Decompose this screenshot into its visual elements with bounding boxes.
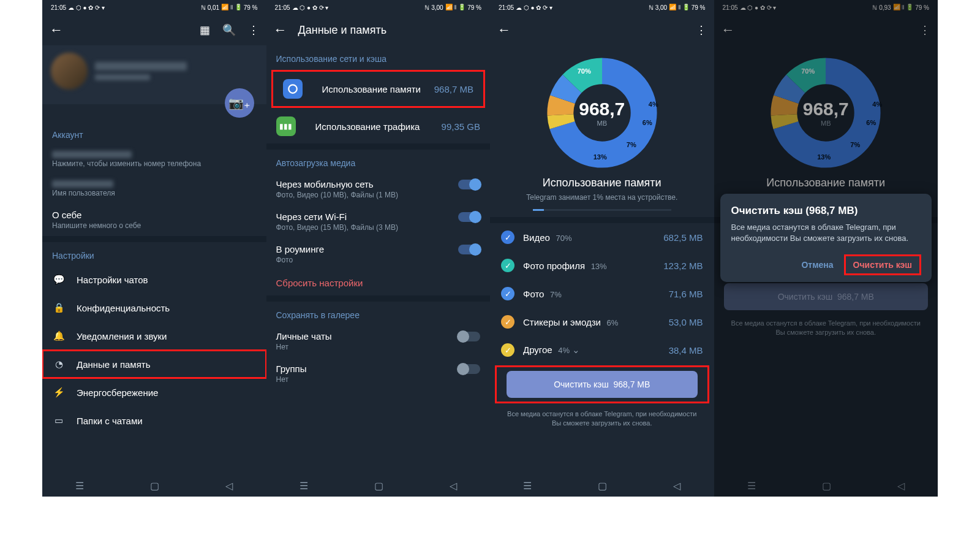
section-settings: Настройки bbox=[42, 242, 266, 265]
wifi-row[interactable]: Через сети Wi-Fi Фото, Видео (15 MB), Фа… bbox=[266, 205, 491, 238]
check-icon[interactable]: ✓ bbox=[501, 315, 514, 329]
traffic-icon: ▮▮▮ bbox=[276, 116, 296, 136]
settings-privacy[interactable]: 🔒Конфиденциальность bbox=[42, 294, 266, 322]
check-icon[interactable]: ✓ bbox=[501, 231, 514, 244]
usage-title: Использование памяти bbox=[490, 177, 714, 189]
toggle-mobile[interactable] bbox=[458, 180, 480, 189]
toggle-private[interactable] bbox=[458, 332, 480, 341]
category-row-Фото[interactable]: ✓Фото 7%71,6 MB bbox=[490, 280, 714, 308]
back-icon[interactable]: ← bbox=[274, 22, 287, 38]
roaming-row[interactable]: В роуминге Фото bbox=[266, 238, 491, 270]
phone-row[interactable]: Нажмите, чтобы изменить номер телефона bbox=[42, 145, 266, 174]
navbar: ☰ ▢ ◁ bbox=[266, 474, 491, 497]
clear-cache-dialog: Очистить кэш (968,7 MB) Все медиа остану… bbox=[720, 194, 932, 282]
svg-point-0 bbox=[288, 85, 297, 93]
category-row-Видео[interactable]: ✓Видео 70%682,5 MB bbox=[490, 223, 714, 251]
settings-power[interactable]: ⚡Энергосбережение bbox=[42, 378, 266, 406]
dialog-title: Очистить кэш (968,7 MB) bbox=[731, 205, 921, 217]
progress-bar bbox=[533, 209, 671, 211]
section-gallery: Сохранять в галерее bbox=[266, 302, 491, 325]
nav-recents[interactable]: ☰ bbox=[300, 480, 308, 492]
cancel-button[interactable]: Отмена bbox=[793, 255, 842, 275]
panel-data-storage: 21:05☁ ⬡ ● ✿ ⟳ ▾ ℕ3,00📶 ⫴ 🔋79 % ← Данные… bbox=[266, 0, 491, 497]
nav-home[interactable]: ▢ bbox=[374, 480, 383, 492]
clear-cache-button[interactable]: Очистить кэш 968,7 MB bbox=[507, 371, 698, 398]
about-row[interactable]: О себе Напишите немного о себе bbox=[42, 204, 266, 236]
statusbar: 21:05☁ ⬡ ● ✿ ⟳ ▾ ℕ3,00📶 ⫴ 🔋79 % bbox=[490, 0, 714, 15]
toggle-roaming[interactable] bbox=[458, 245, 480, 254]
chart: 968,7MB 70% 13% 7% 6% 4% Использование п… bbox=[490, 45, 714, 217]
nav-home[interactable]: ▢ bbox=[598, 480, 607, 492]
more-icon[interactable]: ⋮ bbox=[696, 23, 707, 37]
reset-row[interactable]: Сбросить настройки bbox=[266, 270, 491, 295]
avatar[interactable] bbox=[51, 53, 88, 90]
camera-fab[interactable]: 📷₊ bbox=[225, 88, 254, 118]
back-icon[interactable]: ← bbox=[497, 22, 511, 38]
more-icon[interactable]: ⋮ bbox=[248, 23, 259, 37]
toggle-wifi[interactable] bbox=[458, 212, 480, 222]
qr-icon[interactable]: ▦ bbox=[200, 23, 210, 37]
navbar: ☰ ▢ ◁ bbox=[490, 474, 714, 497]
category-row-Стикеры и эмодзи[interactable]: ✓Стикеры и эмодзи 6%53,0 MB bbox=[490, 308, 714, 336]
traffic-usage-row[interactable]: ▮▮▮ Использование трафика99,35 GB bbox=[266, 109, 491, 143]
groups-row[interactable]: Группы Нет bbox=[266, 357, 491, 390]
appbar: ← ⋮ bbox=[490, 15, 714, 45]
nav-recents[interactable]: ☰ bbox=[523, 480, 532, 492]
confirm-clear-button[interactable]: Очистить кэш bbox=[845, 255, 921, 275]
settings-notifications[interactable]: 🔔Уведомления и звуки bbox=[42, 322, 266, 350]
nav-home[interactable]: ▢ bbox=[150, 480, 159, 492]
toggle-groups[interactable] bbox=[458, 364, 480, 374]
panel-storage-usage: 21:05☁ ⬡ ● ✿ ⟳ ▾ ℕ3,00📶 ⫴ 🔋79 % ← ⋮ 968,… bbox=[490, 0, 714, 497]
settings-chats[interactable]: 💬Настройки чатов bbox=[42, 265, 266, 294]
profile-name bbox=[95, 62, 187, 71]
username-row[interactable]: Имя пользователя bbox=[42, 174, 266, 204]
page-title: Данные и память bbox=[298, 24, 483, 37]
private-row[interactable]: Личные чаты Нет bbox=[266, 325, 491, 357]
back-icon[interactable]: ← bbox=[50, 22, 63, 38]
nav-back[interactable]: ◁ bbox=[450, 480, 457, 492]
search-icon[interactable]: 🔍 bbox=[222, 23, 236, 37]
statusbar: 21:05☁ ⬡ ● ✿ ⟳ ▾ ℕ3,00📶 ⫴ 🔋79 % bbox=[266, 0, 491, 15]
mobile-row[interactable]: Через мобильную сеть Фото, Видео (10 MB)… bbox=[266, 173, 491, 205]
navbar: ☰ ▢ ◁ bbox=[42, 474, 266, 497]
nav-back[interactable]: ◁ bbox=[673, 480, 680, 492]
storage-usage-row[interactable]: Использование памяти968,7 MB bbox=[273, 72, 484, 106]
category-row-Фото профиля[interactable]: ✓Фото профиля 13%123,2 MB bbox=[490, 251, 714, 280]
footer-note: Все медиа останутся в облаке Telegram, п… bbox=[490, 405, 714, 433]
nav-recents[interactable]: ☰ bbox=[75, 480, 84, 492]
usage-sub: Telegram занимает 1% места на устройстве… bbox=[490, 193, 714, 202]
section-autodownload: Автозагрузка медиа bbox=[266, 150, 491, 173]
appbar: ← ▦ 🔍 ⋮ bbox=[42, 15, 266, 45]
check-icon[interactable]: ✓ bbox=[501, 287, 514, 300]
panel-storage-dialog: 21:05☁ ⬡ ● ✿ ⟳ ▾ ℕ0,93📶 ⫴ 🔋79 % ← ⋮ 968,… bbox=[714, 0, 938, 497]
panel-settings: 21:05☁ ⬡ ● ✿ ⟳ ▾ ℕ0,01📶 ⫴ 🔋79 % ← ▦ 🔍 ⋮ … bbox=[42, 0, 266, 497]
storage-icon bbox=[283, 79, 303, 99]
nav-back[interactable]: ◁ bbox=[225, 480, 233, 492]
profile-header: 📷₊ bbox=[42, 45, 266, 104]
appbar: ← Данные и память bbox=[266, 15, 491, 45]
section-network-cache: Использование сети и кэша bbox=[266, 45, 491, 69]
statusbar: 21:05☁ ⬡ ● ✿ ⟳ ▾ ℕ0,01📶 ⫴ 🔋79 % bbox=[42, 0, 266, 15]
settings-folders[interactable]: ▭Папки с чатами bbox=[42, 406, 266, 435]
section-account: Аккаунт bbox=[42, 121, 266, 145]
dialog-body: Все медиа останутся в облаке Telegram, п… bbox=[731, 222, 921, 244]
check-icon[interactable]: ✓ bbox=[501, 259, 514, 272]
check-icon[interactable]: ✓ bbox=[501, 343, 514, 357]
profile-status bbox=[95, 74, 150, 80]
settings-data-storage[interactable]: ◔Данные и память bbox=[42, 350, 266, 378]
category-row-Другое[interactable]: ✓Другое 4% ⌄38,4 MB bbox=[490, 336, 714, 364]
